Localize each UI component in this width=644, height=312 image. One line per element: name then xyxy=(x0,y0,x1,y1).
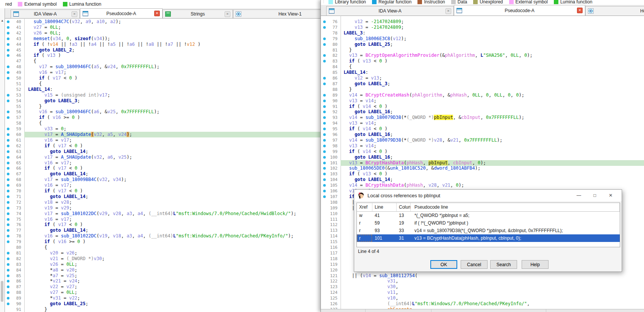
code-line[interactable]: 121 || (v14 = sub_180112754( xyxy=(321,273,644,279)
code-line[interactable]: 82 v21 = (_DWORD *)v30; xyxy=(0,256,320,262)
close-tab-icon[interactable]: ✕ xyxy=(577,8,583,13)
code-line[interactable]: 89 v14 = BCryptCreateHash(phAlgorithm, &… xyxy=(321,92,644,98)
code-line[interactable]: 80 goto LABEL_25; xyxy=(321,42,644,47)
code-line[interactable]: 61 v16 = v17; xyxy=(0,137,320,143)
code-line[interactable]: 63 goto LABEL_14; xyxy=(0,149,320,154)
code-line[interactable]: 40 sub_180094C7C(v32, a9, a10, a2); xyxy=(0,19,320,25)
help-button[interactable]: Help xyxy=(522,260,549,269)
code-line[interactable]: 44 if ( !v14 || !a3 || !a4 || !a5 || !a6… xyxy=(0,42,320,47)
tab-hex-view-1[interactable]: Hex View-1 xyxy=(585,6,644,16)
tab-pseudocode-a[interactable]: Pseudocode-A✕ xyxy=(80,8,163,18)
code-line[interactable]: 75 v16 = v17; xyxy=(0,217,320,222)
search-button[interactable]: Search xyxy=(490,260,517,269)
code-line[interactable]: 77 goto LABEL_14; xyxy=(0,228,320,233)
code-line[interactable]: 97 v14 = sub_180079D38(*(_QWORD *)v28, &… xyxy=(321,137,644,143)
code-line[interactable]: 85 *a7 = v25; xyxy=(0,273,320,279)
code-line[interactable]: 84 { xyxy=(321,64,644,70)
code-line[interactable]: 79 sub_18006E3C8(v12); xyxy=(321,36,644,42)
tab-hex-view-1[interactable]: Hex View-1 xyxy=(233,9,320,18)
code-line[interactable]: 100 goto LABEL_16; xyxy=(321,154,644,160)
xref-row[interactable]: r5919if ( !*(_QWORD *)pbInput ) xyxy=(357,219,620,227)
code-line[interactable]: 102 sub_180065DE0(&unk_18018C520, &dword… xyxy=(321,165,644,171)
column-header-line[interactable]: Line xyxy=(372,203,397,211)
code-line[interactable]: 90 goto LABEL_25; xyxy=(0,301,320,307)
tab-strings[interactable]: ""Strings✕ xyxy=(163,9,233,18)
xref-row[interactable]: r10131v13 = BCryptHashData(phHash, pbInp… xyxy=(357,234,620,242)
close-tab-icon[interactable]: ✕ xyxy=(154,11,160,16)
code-line[interactable]: 51 { xyxy=(0,81,320,87)
code-line[interactable]: 42 v26 = 0LL; xyxy=(0,30,320,36)
code-line[interactable]: 60 v17 = A_SHAUpdate(v32, a5, v24); xyxy=(0,132,320,137)
code-line[interactable]: 58 { xyxy=(0,120,320,126)
code-line[interactable]: 86 *v21 = v24; xyxy=(0,278,320,284)
close-icon[interactable]: ✕ xyxy=(603,190,619,201)
code-line[interactable]: 52LABEL_14: xyxy=(0,87,320,92)
minimize-icon[interactable]: — xyxy=(571,190,587,201)
code-line[interactable]: 91 if ( v14 < 0 ) xyxy=(321,104,644,109)
code-line[interactable]: 87 v22 = v27; xyxy=(0,284,320,290)
code-line[interactable]: 67 goto LABEL_14; xyxy=(0,171,320,177)
tab-ida-view-a[interactable]: IDA View-A✕ xyxy=(326,6,454,16)
code-line[interactable]: 104 goto LABEL_14; xyxy=(321,177,644,183)
code-line[interactable]: 73 v19 = v29; xyxy=(0,205,320,211)
code-line[interactable]: 70 if ( v17 < 0 ) xyxy=(0,188,320,194)
code-line[interactable]: 92 goto LABEL_16; xyxy=(321,109,644,115)
code-line[interactable]: 68 v17 = sub_18009BB4C(v32, v34); xyxy=(0,177,320,183)
code-line[interactable]: 78 v16 = sub_1801022DC(v19, v18, a3, a4,… xyxy=(0,233,320,239)
code-line[interactable]: 78LABEL_3: xyxy=(321,30,644,36)
code-line[interactable]: 90 v13 = v14; xyxy=(321,98,644,104)
code-line[interactable]: 83 v26 = 0LL; xyxy=(0,262,320,267)
code-line[interactable]: 72 v18 = v28; xyxy=(0,200,320,205)
code-line[interactable]: 83 if ( v13 < 0 ) xyxy=(321,58,644,64)
code-line[interactable]: 49 v16 = v17; xyxy=(0,70,320,75)
code-line[interactable]: 77 v13 = -2147024809; xyxy=(321,25,644,30)
code-line[interactable]: 41 v27 = 0LL; xyxy=(0,25,320,30)
code-line[interactable]: 57 if ( v16 >= 0 ) xyxy=(0,115,320,120)
code-line[interactable]: 43 memset(v34, 0, sizeof(v34)); xyxy=(0,36,320,42)
code-line[interactable]: 45 goto LABEL_2; xyxy=(0,47,320,53)
code-line[interactable]: 59 v33 = 0; xyxy=(0,126,320,132)
code-line[interactable]: 80 { xyxy=(0,245,320,250)
code-line[interactable]: 88 v27 = 0LL; xyxy=(0,290,320,295)
code-line[interactable]: 89 *v31 = v22; xyxy=(0,295,320,301)
maximize-icon[interactable]: □ xyxy=(587,190,603,201)
code-line[interactable]: 81 } xyxy=(321,47,644,53)
code-line[interactable]: 65 v16 = v17; xyxy=(0,160,320,166)
code-line[interactable]: 50 if ( v17 < 0 ) xyxy=(0,75,320,81)
code-line[interactable]: 98 v13 = v14; xyxy=(321,143,644,149)
code-line[interactable]: 55 } xyxy=(0,104,320,109)
code-line[interactable]: 124 v11, xyxy=(321,290,644,295)
code-line[interactable]: 76 if ( v17 < 0 ) xyxy=(0,222,320,228)
close-tab-icon[interactable]: ✕ xyxy=(445,8,451,14)
code-line[interactable]: 47 { xyxy=(0,58,320,64)
code-line[interactable]: 76 v12 = -2147024809; xyxy=(321,19,644,25)
code-line[interactable]: 69 v16 = v17; xyxy=(0,183,320,188)
code-line[interactable]: 54 goto LABEL_3; xyxy=(0,98,320,104)
code-line[interactable]: 62 if ( v17 < 0 ) xyxy=(0,143,320,149)
code-line[interactable]: 99 if ( v14 < 0 ) xyxy=(321,149,644,154)
dialog-titlebar[interactable]: Local cross references to pbInput — □ ✕ xyxy=(354,190,622,201)
code-line[interactable]: 46 if ( v13 ) xyxy=(0,53,320,58)
code-line[interactable]: 66 if ( v17 < 0 ) xyxy=(0,165,320,171)
ok-button[interactable]: OK xyxy=(430,260,457,269)
code-line[interactable]: 53 v15 = (unsigned int)v17; xyxy=(0,92,320,98)
code-line[interactable]: 86 v12 = v13; xyxy=(321,75,644,81)
code-line[interactable]: 101 v13 = BCryptHashData(phHash, pbInput… xyxy=(321,160,644,166)
code-line[interactable]: 87 goto LABEL_3; xyxy=(321,81,644,87)
close-tab-icon[interactable]: ✕ xyxy=(72,11,77,17)
code-line[interactable]: 93 v14 = sub_180079D38(*(_QWORD *)pbInpu… xyxy=(321,115,644,120)
code-line[interactable]: 122 v31, xyxy=(321,278,644,284)
code-line[interactable]: 74 v17 = sub_1801022DC(v29, v28, a3, a4,… xyxy=(0,211,320,217)
close-tab-icon[interactable]: ✕ xyxy=(225,11,230,17)
code-line[interactable]: 84 *a8 = v20; xyxy=(0,267,320,273)
column-header-column[interactable]: Column xyxy=(397,203,411,211)
code-line[interactable]: 94 v13 = v14; xyxy=(321,120,644,126)
code-line[interactable]: 123 v30, xyxy=(321,284,644,290)
code-line[interactable]: 96 goto LABEL_16; xyxy=(321,132,644,137)
code-line[interactable]: 105 v14 = BCryptHashData(phHash, v28, v2… xyxy=(321,183,644,188)
code-line[interactable]: 48 v17 = sub_1800946FC(a5, &v24, 0x7FFFF… xyxy=(0,64,320,70)
code-line[interactable]: 126 (__int64)L"msft:Windows/7.0/Phone/Ca… xyxy=(321,301,644,307)
code-line[interactable]: 95 if ( v14 < 0 ) xyxy=(321,126,644,132)
code-line[interactable]: 82 v13 = BCryptOpenAlgorithmProvider(&ph… xyxy=(321,53,644,58)
code-line[interactable]: 103 if ( v13 < 0 ) xyxy=(321,171,644,177)
